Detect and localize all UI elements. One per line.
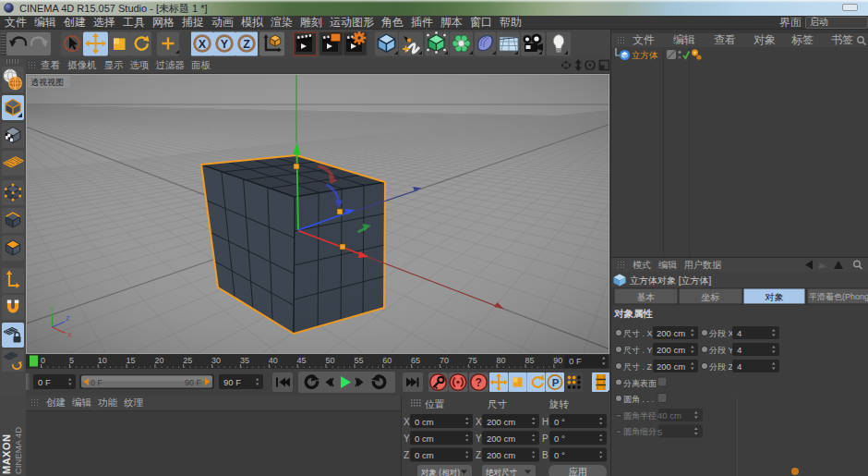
svg-text:20: 20	[154, 356, 163, 365]
svg-text:Y: Y	[476, 433, 482, 444]
svg-text:4: 4	[737, 328, 741, 338]
svg-text:尺寸 . X: 尺寸 . X	[623, 329, 653, 338]
svg-text:80: 80	[497, 356, 506, 365]
svg-text:Z: Z	[243, 38, 250, 51]
svg-text:应用: 应用	[569, 467, 587, 476]
svg-text:50: 50	[326, 356, 335, 365]
svg-text:0 cm: 0 cm	[415, 450, 434, 460]
svg-text:圆角半径: 圆角半径	[623, 411, 657, 421]
svg-text:90 F: 90 F	[223, 377, 241, 387]
svg-text:10: 10	[98, 356, 107, 365]
svg-text:5: 5	[657, 427, 662, 437]
svg-text:200 cm: 200 cm	[487, 433, 515, 444]
svg-text:0 cm: 0 cm	[415, 433, 434, 444]
svg-text:尺寸: 尺寸	[488, 398, 508, 409]
svg-text:绝对尺寸: 绝对尺寸	[486, 468, 518, 476]
svg-text:?: ?	[476, 376, 482, 389]
svg-text:75: 75	[468, 356, 477, 365]
svg-text:圆角细分: 圆角细分	[623, 427, 657, 436]
svg-text:Z: Z	[476, 450, 481, 460]
svg-text:X: X	[404, 417, 410, 427]
svg-text:0 F: 0 F	[38, 377, 51, 387]
svg-text:坐标: 坐标	[701, 292, 720, 302]
svg-text:分段 Y: 分段 Y	[709, 346, 734, 355]
svg-text:位置: 位置	[425, 398, 445, 409]
svg-text:25: 25	[183, 356, 192, 365]
svg-text:15: 15	[127, 356, 136, 365]
svg-text:X: X	[476, 417, 482, 427]
svg-text:分段 Z: 分段 Z	[709, 362, 734, 372]
svg-text:0 F: 0 F	[90, 378, 103, 387]
svg-text:4: 4	[737, 361, 741, 372]
svg-text:B: B	[542, 450, 549, 460]
svg-text:0: 0	[41, 356, 45, 365]
svg-text:立方体对象 [立方体]: 立方体对象 [立方体]	[630, 275, 712, 286]
svg-text:平滑着色(Phong): 平滑着色(Phong)	[809, 292, 868, 301]
svg-text:分离表面: 分离表面	[623, 379, 657, 388]
svg-text:旋转: 旋转	[549, 398, 570, 409]
svg-text:尺寸 . Y: 尺寸 . Y	[623, 346, 653, 355]
svg-text:200 cm: 200 cm	[657, 328, 685, 338]
svg-text:尺寸 . Z: 尺寸 . Z	[623, 362, 653, 372]
svg-text:0 F: 0 F	[569, 356, 582, 366]
svg-text:0 °: 0 °	[554, 450, 565, 460]
svg-text:H: H	[542, 417, 549, 427]
svg-text:X: X	[199, 38, 207, 51]
svg-text:Y: Y	[404, 433, 410, 444]
svg-text:立方体: 立方体	[632, 50, 658, 60]
svg-text:P: P	[552, 377, 560, 388]
svg-text:30: 30	[211, 356, 221, 365]
svg-text:200 cm: 200 cm	[657, 361, 685, 372]
svg-text:0 °: 0 °	[554, 433, 565, 444]
svg-text:对象 (相对): 对象 (相对)	[421, 468, 460, 476]
svg-text:Z: Z	[404, 450, 409, 460]
svg-text:0 °: 0 °	[554, 417, 565, 427]
svg-text:P: P	[542, 433, 549, 444]
svg-text:透视视图: 透视视图	[30, 78, 64, 87]
svg-text:85: 85	[525, 356, 535, 365]
svg-text:40: 40	[269, 356, 278, 365]
svg-text:圆角 . . .: 圆角 . . .	[623, 395, 654, 404]
svg-text:40 cm: 40 cm	[657, 410, 681, 421]
svg-text:200 cm: 200 cm	[657, 345, 685, 355]
svg-text:65: 65	[411, 356, 420, 365]
svg-text:200 cm: 200 cm	[487, 417, 515, 427]
svg-text:0 cm: 0 cm	[415, 417, 434, 427]
svg-text:基本: 基本	[637, 292, 656, 302]
svg-text:35: 35	[240, 356, 249, 365]
svg-text:70: 70	[440, 356, 449, 365]
svg-text:55: 55	[354, 356, 363, 365]
svg-text:90 F: 90 F	[185, 378, 202, 387]
svg-text:60: 60	[382, 356, 392, 365]
svg-text:200 cm: 200 cm	[487, 450, 515, 460]
svg-text:45: 45	[297, 356, 307, 365]
svg-text:90: 90	[553, 356, 562, 365]
svg-text:对象属性: 对象属性	[613, 308, 654, 319]
svg-text:4: 4	[737, 345, 741, 355]
svg-text:分段 X: 分段 X	[709, 329, 734, 338]
svg-text:对象: 对象	[766, 292, 784, 302]
svg-text:5: 5	[69, 356, 74, 365]
svg-text:Y: Y	[221, 38, 229, 51]
